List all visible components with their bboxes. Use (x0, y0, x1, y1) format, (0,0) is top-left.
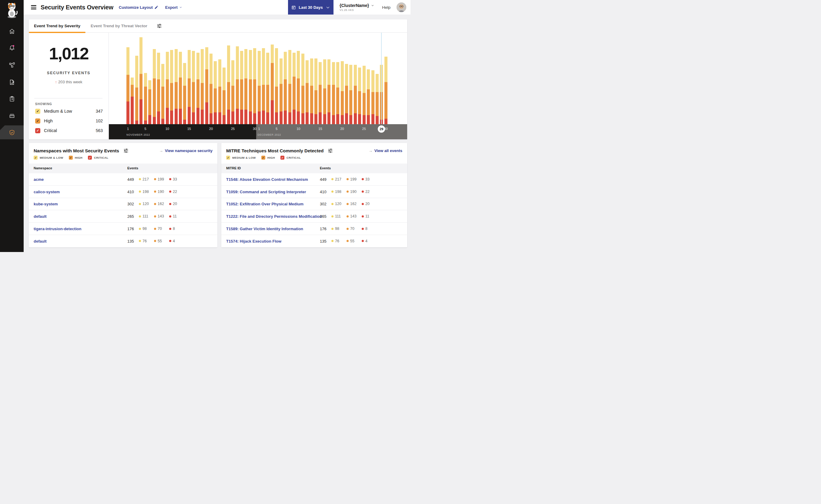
table-filter-sliders-icon[interactable] (123, 148, 128, 153)
nav-threat-defense-shield-icon[interactable] (0, 127, 24, 138)
critical-checkbox[interactable]: ✓ (281, 156, 284, 160)
row-link[interactable]: T1589: Gather Victim Identity Informatio… (226, 227, 303, 231)
chart-bar-nov-26[interactable] (236, 46, 239, 124)
chart-bar-dec-12[interactable] (306, 60, 309, 124)
row-link[interactable]: acme (34, 177, 44, 181)
row-link[interactable]: T1059: Command and Scripting Interpreter (226, 189, 306, 194)
row-link[interactable]: T1222: File and Directory Permissions Mo… (226, 214, 322, 219)
chart-bar-nov-20[interactable] (210, 54, 213, 124)
chart-bar-nov-12[interactable] (174, 49, 178, 124)
chart-bar-dec-5[interactable] (275, 48, 278, 124)
chart-bar-nov-3[interactable] (135, 56, 138, 124)
cluster-selector[interactable]: {ClusterName} V1.26 AKS (340, 3, 374, 12)
chart-bar-nov-25[interactable] (231, 60, 234, 124)
date-range-button[interactable]: Last 30 Days (288, 0, 334, 15)
user-avatar[interactable] (397, 2, 406, 12)
chart-bar-nov-10[interactable] (166, 52, 169, 124)
chart-bar-nov-11[interactable] (170, 50, 173, 124)
chart-bar-nov-9[interactable] (161, 64, 164, 124)
chart-bar-dec-17[interactable] (327, 59, 331, 124)
chart-bar-nov-6[interactable] (148, 80, 151, 124)
row-link[interactable]: T1052: Exfiltration Over Physical Medium (226, 202, 304, 206)
high-checkbox[interactable]: ✓ (35, 118, 40, 124)
chart-bar-dec-18[interactable] (332, 62, 335, 124)
chart-bar-nov-13[interactable] (179, 52, 182, 124)
chart-bar-nov-21[interactable] (214, 61, 217, 124)
chart-bar-nov-5[interactable] (144, 73, 147, 124)
chart-bar-dec-14[interactable] (314, 58, 318, 124)
chart-bar-dec-15[interactable] (319, 62, 322, 124)
medium-low-checkbox[interactable]: ✓ (35, 109, 40, 114)
chart-filter-sliders-icon[interactable] (157, 23, 162, 28)
high-checkbox[interactable]: ✓ (261, 156, 265, 160)
chart-bar-dec-7[interactable] (284, 52, 287, 124)
chart-bar-dec-4[interactable] (271, 45, 274, 124)
chart-bar-nov-22[interactable] (218, 59, 221, 124)
hamburger-menu-icon[interactable] (31, 4, 36, 10)
chart-bar-nov-7[interactable] (153, 49, 156, 124)
chart-bar-dec-2[interactable] (262, 48, 265, 124)
nav-alerts-bell-icon[interactable] (0, 42, 24, 53)
chart-bar-dec-3[interactable] (266, 53, 269, 124)
critical-checkbox[interactable]: ✓ (88, 156, 92, 160)
export-button[interactable]: Export (165, 5, 182, 10)
chart-bar-nov-28[interactable] (244, 49, 248, 124)
high-checkbox[interactable]: ✓ (69, 156, 73, 160)
nav-compliance-clipboard-icon[interactable] (0, 94, 24, 104)
chart-bar-nov-19[interactable] (205, 47, 208, 124)
chart-bar-dec-21[interactable] (345, 64, 348, 124)
chart-bar-nov-16[interactable] (192, 51, 195, 124)
chart-bar-nov-4[interactable] (139, 37, 142, 124)
tab-event-trend-by-threat-vector[interactable]: Event Trend by Threat Vector (85, 19, 152, 33)
row-link[interactable]: kube-system (34, 202, 58, 206)
chart-bar-dec-11[interactable] (301, 54, 304, 124)
chart-bar-nov-17[interactable] (196, 53, 199, 124)
view-all-events-link[interactable]: → View all events (369, 148, 402, 153)
chart-x-axis[interactable]: 151015202530NOVEMBER 2022151015202530DEC… (109, 124, 407, 139)
medium-low-checkbox[interactable]: ✓ (226, 156, 230, 160)
chart-bar-dec-8[interactable] (288, 50, 291, 124)
chart-bar-dec-20[interactable] (341, 61, 344, 124)
chart-bar-dec-9[interactable] (293, 53, 296, 124)
selected-day-badge[interactable]: 29 (378, 125, 385, 133)
chart-bar-nov-29[interactable] (249, 50, 252, 124)
chart-bar-nov-27[interactable] (240, 51, 243, 124)
nav-home-icon[interactable] (0, 26, 24, 36)
chart-bar-dec-27[interactable] (371, 70, 374, 124)
nav-service-graph-icon[interactable] (0, 60, 24, 70)
help-link[interactable]: Help (382, 5, 391, 10)
chart-bar-dec-6[interactable] (280, 58, 283, 124)
chart-bar-dec-13[interactable] (310, 58, 313, 124)
customize-layout-button[interactable]: Customize Layout (119, 5, 158, 10)
chart-bar-dec-23[interactable] (354, 65, 357, 124)
chart-bar-dec-16[interactable] (323, 59, 326, 124)
table-filter-sliders-icon[interactable] (328, 148, 333, 153)
chart-bar-nov-2[interactable] (131, 78, 134, 124)
row-link[interactable]: tigera-intrusion-detection (34, 227, 81, 231)
row-link[interactable]: calico-system (34, 189, 60, 194)
chart-bar-nov-18[interactable] (201, 49, 204, 124)
row-link[interactable]: default (34, 239, 47, 243)
row-link[interactable]: default (34, 214, 47, 219)
critical-checkbox[interactable]: ✓ (35, 128, 40, 133)
chart-bar-dec-19[interactable] (336, 62, 339, 124)
calico-cat-logo[interactable] (5, 2, 19, 20)
nav-image-assurance-box-icon[interactable] (0, 110, 24, 121)
chart-bar-dec-10[interactable] (297, 51, 300, 124)
chart-bar-nov-24[interactable] (227, 45, 230, 124)
chart-bar-dec-28[interactable] (376, 74, 379, 124)
chart-bar-dec-1[interactable] (258, 51, 261, 124)
row-link[interactable]: T1574: Hijack Execution Flow (226, 239, 281, 243)
chart-bar-dec-30[interactable] (384, 57, 387, 124)
chart-bar-dec-26[interactable] (367, 69, 370, 124)
row-link[interactable]: T1548: Abuse Elevation Control Mechanism (226, 177, 308, 181)
nav-policies-edit-icon[interactable] (0, 77, 24, 87)
tab-event-trend-by-severity[interactable]: Event Trend by Severity (29, 19, 85, 33)
chart-bar-nov-14[interactable] (183, 63, 186, 124)
chart-bar-nov-23[interactable] (223, 68, 226, 124)
chart-bar-dec-24[interactable] (358, 68, 361, 124)
chart-bar-nov-1[interactable] (126, 47, 129, 124)
chart-bar-nov-30[interactable] (253, 48, 256, 124)
medium-low-checkbox[interactable]: ✓ (34, 156, 38, 160)
chart-bar-nov-8[interactable] (157, 53, 160, 124)
